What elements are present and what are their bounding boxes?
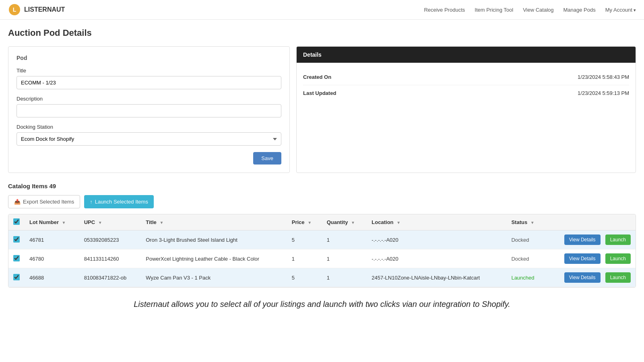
brand: L LISTERNAUT [8,3,65,16]
row-upc: 810083471822-ob [79,268,141,287]
row-lot-number: 46781 [25,230,79,249]
row-quantity: 1 [322,230,367,249]
catalog-title: Catalog Items 49 [8,183,636,189]
catalog-section: Catalog Items 49 📤 Export Selected Items… [8,183,636,288]
nav-item-pricing[interactable]: Item Pricing Tool [475,7,513,13]
created-on-value: 1/23/2024 5:58:43 PM [578,74,629,80]
pod-form: Pod Title Description Docking Station Ec… [8,46,290,173]
row-location: -.-.-.-.-A020 [367,230,506,249]
description-group: Description [17,96,281,117]
caption-text: Listernaut allows you to select all of y… [8,300,636,309]
row-price: 5 [287,268,322,287]
title-filter-icon[interactable]: ▼ [159,220,163,225]
header-actions [545,214,636,230]
table-row: 46781 053392085223 Oron 3-Light Brushed … [8,230,636,249]
catalog-table: Lot Number ▼ UPC ▼ Title ▼ Price [8,214,636,287]
export-label: Export Selected Items [23,199,74,205]
launch-row-button[interactable]: Launch [605,272,631,283]
row-status: Docked [506,249,545,268]
catalog-actions: 📤 Export Selected Items ↑ Launch Selecte… [8,195,636,208]
details-panel: Details Created On 1/23/2024 5:58:43 PM … [296,46,636,173]
launch-row-button[interactable]: Launch [605,253,631,264]
row-actions: View Details Launch [545,268,636,287]
nav-view-catalog[interactable]: View Catalog [523,7,553,13]
created-on-key: Created On [303,74,331,80]
price-filter-icon[interactable]: ▼ [308,220,312,225]
header-title: Title ▼ [141,214,287,230]
table-body: 46781 053392085223 Oron 3-Light Brushed … [8,230,636,287]
catalog-table-wrapper: Lot Number ▼ UPC ▼ Title ▼ Price [8,214,636,288]
nav-manage-pods[interactable]: Manage Pods [564,7,596,13]
row-checkbox-cell [8,249,25,268]
brand-logo: L [8,3,21,16]
export-icon: 📤 [14,199,21,205]
brand-name: LISTERNAUT [24,6,65,13]
details-header: Details [297,47,636,63]
header-price: Price ▼ [287,214,322,230]
location-filter-icon[interactable]: ▼ [396,220,400,225]
row-lot-number: 46688 [25,268,79,287]
page-title: Auction Pod Details [8,28,636,38]
row-status: Launched [506,268,545,287]
description-input[interactable] [17,104,281,117]
header-lot-number: Lot Number ▼ [25,214,79,230]
row-checkbox-0[interactable] [13,236,20,243]
row-title: PowerXcel Lightning Leather Cable - Blac… [141,249,287,268]
nav-my-account[interactable]: My Account [605,7,636,13]
detail-last-updated: Last Updated 1/23/2024 5:59:13 PM [303,85,629,101]
svg-text:L: L [13,6,17,13]
nav-receive-products[interactable]: Receive Products [424,7,465,13]
title-input[interactable] [17,76,281,89]
navbar: L LISTERNAUT Receive Products Item Prici… [0,0,644,20]
header-checkbox-cell [8,214,25,230]
save-button[interactable]: Save [253,152,281,165]
docking-station-label: Docking Station [17,124,281,130]
view-details-button[interactable]: View Details [564,253,601,264]
row-status: Docked [506,230,545,249]
docking-station-group: Docking Station Ecom Dock for Shopify Ot… [17,124,281,146]
select-all-checkbox[interactable] [13,218,20,225]
row-price: 1 [287,249,322,268]
last-updated-value: 1/23/2024 5:59:13 PM [578,90,629,96]
row-price: 5 [287,230,322,249]
row-checkbox-1[interactable] [13,255,20,261]
pod-section-label: Pod [17,55,281,61]
lot-number-filter-icon[interactable]: ▼ [62,220,66,225]
row-actions: View Details Launch [545,230,636,249]
table-row: 46688 810083471822-ob Wyze Cam Pan V3 - … [8,268,636,287]
row-checkbox-2[interactable] [13,274,20,280]
docking-station-select[interactable]: Ecom Dock for Shopify Other Dock [17,132,281,146]
table-header: Lot Number ▼ UPC ▼ Title ▼ Price [8,214,636,230]
row-location: -.-.-.-.-A020 [367,249,506,268]
row-title: Wyze Cam Pan V3 - 1 Pack [141,268,287,287]
row-checkbox-cell [8,230,25,249]
header-quantity: Quantity ▼ [322,214,367,230]
launch-selected-button[interactable]: ↑ Launch Selected Items [84,195,154,208]
upc-filter-icon[interactable]: ▼ [98,220,102,225]
header-status: Status ▼ [506,214,545,230]
export-selected-button[interactable]: 📤 Export Selected Items [8,195,80,208]
top-section: Pod Title Description Docking Station Ec… [8,46,636,173]
row-quantity: 1 [322,249,367,268]
header-upc: UPC ▼ [79,214,141,230]
launch-label: Launch Selected Items [95,199,148,205]
view-details-button[interactable]: View Details [564,234,601,245]
row-upc: 841133114260 [79,249,141,268]
launch-icon: ↑ [90,199,93,205]
page-content: Auction Pod Details Pod Title Descriptio… [0,20,644,325]
row-quantity: 1 [322,268,367,287]
status-filter-icon[interactable]: ▼ [530,220,535,225]
row-lot-number: 46780 [25,249,79,268]
form-actions: Save [17,152,281,165]
quantity-filter-icon[interactable]: ▼ [351,220,355,225]
launch-row-button[interactable]: Launch [605,234,631,245]
last-updated-key: Last Updated [303,90,336,96]
title-group: Title [17,68,281,89]
row-checkbox-cell [8,268,25,287]
table-row: 46780 841133114260 PowerXcel Lightning L… [8,249,636,268]
view-details-button[interactable]: View Details [564,272,601,283]
detail-created-on: Created On 1/23/2024 5:58:43 PM [303,69,629,85]
row-upc: 053392085223 [79,230,141,249]
details-body: Created On 1/23/2024 5:58:43 PM Last Upd… [297,63,636,107]
row-title: Oron 3-Light Brushed Steel Island Light [141,230,287,249]
